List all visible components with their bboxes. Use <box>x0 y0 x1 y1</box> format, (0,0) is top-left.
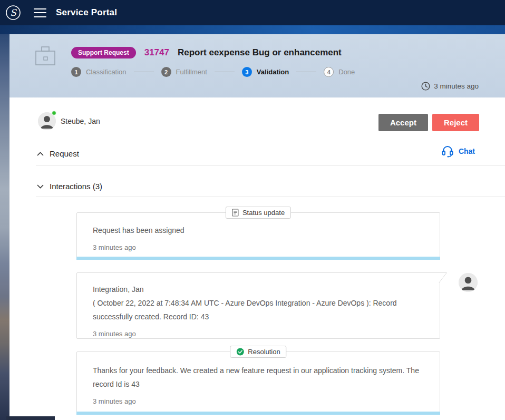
top-navbar: S Service Portal <box>0 0 505 25</box>
step-3-circle: 3 <box>242 67 252 77</box>
interaction-time: 3 minutes ago <box>93 241 424 255</box>
accept-button[interactable]: Accept <box>378 114 428 131</box>
record-id: 31747 <box>144 47 169 58</box>
app-title: Service Portal <box>56 7 117 18</box>
chevron-up-icon <box>37 152 44 156</box>
hamburger-menu-icon[interactable] <box>34 8 46 17</box>
record-type-badge: Support Request <box>71 47 136 58</box>
document-icon <box>232 209 239 217</box>
reject-button[interactable]: Reject <box>432 114 479 131</box>
background-photo-strip-top <box>0 25 505 34</box>
interaction-author: Integration, Jan <box>93 282 424 296</box>
chat-link-label: Chat <box>459 147 475 155</box>
step-connector <box>215 72 235 72</box>
record-title-row: Support Request 31747 Report eexpense Bu… <box>71 47 342 58</box>
resolution-badge: Resolution <box>230 346 286 358</box>
content-panel: Steube, Jan Accept Reject Request Chat <box>9 97 505 420</box>
interaction-time: 3 minutes ago <box>93 395 424 408</box>
interaction-time: 3 minutes ago <box>93 327 424 341</box>
status-update-badge: Status update <box>226 207 291 219</box>
svg-text:S: S <box>10 7 17 18</box>
chat-link[interactable]: Chat <box>441 145 475 158</box>
chevron-down-icon <box>37 184 44 189</box>
interaction-card-comment: Integration, Jan ( October 22, 2022 at 7… <box>76 272 440 339</box>
smax-logo-icon[interactable]: S <box>5 5 21 21</box>
section-interactions[interactable]: Interactions (3) <box>37 182 102 191</box>
step-classification: 1 Classification <box>71 67 127 77</box>
briefcase-icon <box>35 46 56 66</box>
step-1-label: Classification <box>86 68 127 76</box>
status-update-badge-label: Status update <box>242 209 285 217</box>
step-connector <box>296 72 316 72</box>
step-2-label: Fulfillment <box>176 68 207 76</box>
step-4-circle: 4 <box>324 67 334 77</box>
interaction-text: Thanks for your feedback. We created a n… <box>93 364 424 391</box>
last-updated-text: 3 minutes ago <box>434 82 479 90</box>
online-presence-dot <box>52 111 56 115</box>
interaction-text: ( October 22, 2022 at 7:48:34 AM UTC - A… <box>93 296 424 324</box>
section-interactions-label: Interactions (3) <box>50 182 102 191</box>
record-title: Report eexpense Bug or enhancement <box>178 47 342 58</box>
section-request-label: Request <box>50 149 79 158</box>
step-fulfillment: 2 Fulfillment <box>161 67 207 77</box>
interaction-text: Request has been assigned <box>93 223 424 237</box>
record-header: Support Request 31747 Report eexpense Bu… <box>9 34 505 97</box>
clock-icon <box>421 82 430 91</box>
step-validation: 3 Validation <box>242 67 289 77</box>
step-done: 4 Done <box>324 67 355 77</box>
validation-actions: Accept Reject <box>378 114 479 131</box>
person-icon <box>459 273 478 292</box>
bottom-edge-element <box>6 416 55 420</box>
workflow-stepper: 1 Classification 2 Fulfillment 3 Validat… <box>71 67 355 77</box>
background-photo-strip-left <box>0 34 9 420</box>
step-4-label: Done <box>338 68 355 76</box>
interaction-card-status-update: Status update Request has been assigned … <box>76 212 440 260</box>
comment-author-avatar <box>459 273 478 292</box>
service-portal-page: S Service Portal Support Request 31747 R… <box>0 0 505 420</box>
section-divider <box>36 165 505 165</box>
bubble-tail <box>439 272 447 283</box>
step-1-circle: 1 <box>71 67 81 77</box>
requester-name: Steube, Jan <box>61 117 100 125</box>
requester-row: Steube, Jan <box>38 112 100 130</box>
section-request[interactable]: Request <box>37 149 79 158</box>
headset-chat-icon <box>441 145 454 158</box>
section-divider <box>36 197 505 197</box>
interaction-card-resolution: Resolution Thanks for your feedback. We … <box>76 351 440 415</box>
step-2-circle: 2 <box>161 67 171 77</box>
last-updated: 3 minutes ago <box>421 82 479 91</box>
step-3-label: Validation <box>257 68 289 76</box>
resolution-badge-label: Resolution <box>248 348 280 356</box>
check-circle-icon <box>236 348 244 356</box>
step-connector <box>134 72 154 72</box>
